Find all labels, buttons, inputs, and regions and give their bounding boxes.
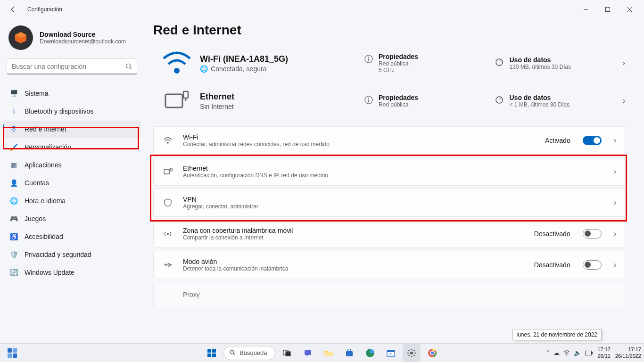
sidebar-item-aplicaciones[interactable]: ▦Aplicaciones [3, 156, 141, 173]
widgets-button[interactable] [4, 345, 21, 362]
nav: 🖥️Sistema ᛒBluetooth y dispositivos Red … [0, 81, 144, 285]
svg-line-49 [409, 355, 410, 356]
wifi-icon [9, 125, 18, 133]
chrome-button[interactable] [423, 344, 441, 362]
wifi-sub: 🌐Conectada, segura [200, 65, 363, 73]
info-icon [363, 54, 374, 64]
hotspot-toggle[interactable] [583, 229, 602, 239]
data-usage-icon [494, 57, 504, 67]
card-airplane[interactable]: Modo avión Detener toda la comunicación … [153, 251, 625, 279]
gamepad-icon: 🎮 [9, 214, 18, 223]
card-title: Ethernet [183, 165, 604, 172]
card-vpn[interactable]: VPN Agregar, conectar, administrar › [153, 189, 625, 217]
sidebar-item-label: Aplicaciones [25, 161, 62, 169]
wifi-toggle[interactable] [583, 136, 602, 145]
accessibility-icon: ♿ [9, 232, 18, 241]
ethernet-data-usage-link[interactable]: Uso de datos < 1 MB, últimos 30 Días › [494, 94, 625, 108]
svg-rect-34 [286, 352, 290, 356]
svg-rect-29 [207, 354, 211, 357]
svg-point-17 [368, 98, 369, 99]
svg-rect-24 [13, 348, 17, 353]
svg-rect-56 [592, 352, 593, 354]
svg-rect-27 [207, 349, 211, 353]
sidebar-item-label: Juegos [25, 215, 46, 222]
wifi-tray-icon[interactable] [563, 350, 570, 356]
chat-button[interactable] [299, 344, 317, 362]
chevron-up-icon[interactable]: ˄ [546, 349, 550, 356]
brush-icon: 🖌️ [9, 143, 18, 151]
store-button[interactable] [340, 344, 358, 362]
card-sub: Compartir la conexión a Internet [183, 234, 525, 241]
sidebar-item-juegos[interactable]: 🎮Juegos [3, 210, 141, 227]
sidebar-item-label: Cuentas [25, 179, 49, 187]
clock-globe-icon: 🌐 [9, 197, 18, 205]
search-input-wrap[interactable] [7, 58, 137, 74]
sidebar-item-personalizacion[interactable]: 🖌️Personalización [3, 139, 141, 156]
sidebar-item-bluetooth[interactable]: ᛒBluetooth y dispositivos [3, 103, 141, 120]
sidebar-item-sistema[interactable]: 🖥️Sistema [3, 85, 141, 102]
sidebar-item-windows-update[interactable]: 🔄Windows Update [3, 264, 141, 281]
task-view-button[interactable] [278, 344, 296, 362]
ethernet-big-icon [153, 90, 200, 111]
wifi-data-usage-link[interactable]: Uso de datos 130 MB, últimos 30 Días › [494, 56, 625, 70]
card-hotspot[interactable]: Zona con cobertura inalámbrica móvil Com… [153, 220, 625, 248]
svg-rect-26 [13, 354, 17, 358]
card-proxy[interactable]: Proxy [153, 282, 625, 307]
back-button[interactable] [4, 0, 23, 19]
svg-line-48 [414, 355, 415, 356]
sidebar-item-label: Red e Internet [25, 125, 66, 133]
taskbar: Búsqueda 31 ˄ ☁ 🔈 17:17 26/11 17:17 26/1… [0, 343, 644, 362]
date-tooltip: lunes, 21 de noviembre de 2022 [512, 329, 602, 340]
svg-line-50 [414, 350, 415, 351]
card-wifi[interactable]: Wi-Fi Conectar, administrar redes conoci… [153, 126, 625, 155]
sidebar-item-privacidad[interactable]: 🛡️Privacidad y seguridad [3, 246, 141, 263]
close-button[interactable] [619, 0, 640, 19]
svg-rect-36 [324, 352, 333, 356]
shield-icon: 🛡️ [9, 250, 18, 259]
start-button[interactable] [203, 344, 221, 362]
minimize-button[interactable] [575, 0, 597, 19]
airplane-toggle[interactable] [583, 260, 602, 270]
avatar [8, 25, 33, 50]
user-block[interactable]: Download Source Downloadsourcenet@outloo… [0, 24, 144, 56]
ethernet-sub: Sin Internet [200, 103, 363, 110]
svg-rect-55 [586, 351, 592, 355]
sidebar-item-cuentas[interactable]: 👤Cuentas [3, 174, 141, 191]
wifi-properties-link[interactable]: Propiedades Red pública 5 GHz [363, 53, 495, 74]
maximize-button[interactable] [597, 0, 619, 19]
sidebar-item-red-e-internet[interactable]: Red e Internet [3, 121, 141, 138]
tray-date[interactable]: 17:17 26/11/2022 [615, 346, 641, 359]
file-explorer-button[interactable] [320, 344, 338, 362]
sidebar-item-label: Accesibilidad [25, 233, 63, 240]
svg-rect-28 [212, 349, 216, 353]
edge-button[interactable] [361, 344, 379, 362]
sidebar-item-label: Hora e idioma [25, 197, 66, 205]
tray-clock[interactable]: 17:17 26/11 [597, 346, 611, 359]
battery-icon[interactable] [585, 351, 593, 355]
svg-rect-21 [170, 168, 172, 171]
svg-point-53 [431, 351, 434, 354]
ethernet-properties-link[interactable]: Propiedades Red pública [363, 94, 495, 108]
card-title: Proxy [183, 291, 616, 298]
sidebar-item-hora-e-idioma[interactable]: 🌐Hora e idioma [3, 192, 141, 209]
info-icon [363, 95, 374, 105]
chevron-right-icon: › [614, 230, 616, 238]
search-input[interactable] [12, 63, 125, 70]
card-ethernet[interactable]: Ethernet Autenticación, configuración DN… [153, 157, 625, 186]
svg-rect-20 [164, 169, 170, 174]
sidebar-item-accesibilidad[interactable]: ♿Accesibilidad [3, 228, 141, 245]
volume-icon[interactable]: 🔈 [574, 349, 581, 356]
proxy-icon [162, 289, 173, 300]
onedrive-icon[interactable]: ☁ [553, 349, 560, 356]
person-icon: 👤 [9, 179, 18, 187]
calendar-button[interactable]: 31 [382, 344, 400, 362]
window-controls [575, 0, 640, 19]
card-title: Zona con cobertura inalámbrica móvil [183, 227, 525, 234]
globe-icon: 🌐 [200, 65, 208, 73]
user-name: Download Source [40, 31, 126, 38]
sidebar-item-label: Bluetooth y dispositivos [25, 107, 93, 115]
taskbar-search[interactable]: Búsqueda [223, 346, 275, 360]
svg-line-32 [233, 354, 235, 355]
settings-button[interactable] [403, 344, 421, 362]
tray-icons[interactable]: ˄ ☁ 🔈 [546, 349, 593, 356]
